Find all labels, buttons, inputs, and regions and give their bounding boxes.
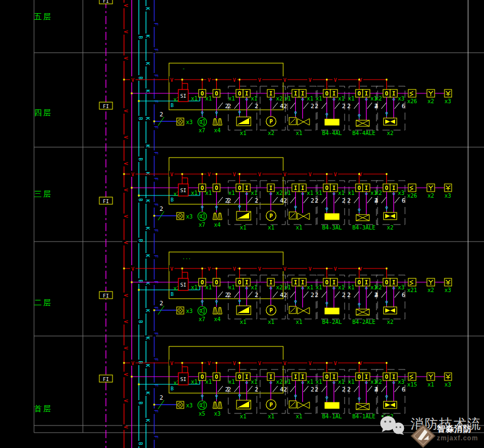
al-branch: OIx1x122B4-4AL (314, 89, 345, 136)
svg-text:V: V (123, 241, 128, 244)
svg-text:6: 6 (402, 386, 406, 393)
damper-branch: IIx1x122x1 (283, 89, 314, 136)
svg-text:x3: x3 (186, 402, 193, 408)
svg-text:2: 2 (227, 197, 231, 204)
svg-text:O: O (357, 374, 361, 380)
svg-text:O: O (357, 185, 361, 191)
svg-text:B: B (171, 197, 173, 203)
svg-text:x1: x1 (348, 96, 354, 102)
bell-branch: Ox12x4 (205, 89, 229, 133)
svg-text:x1: x1 (268, 413, 274, 419)
svg-text:V: V (207, 172, 211, 177)
svg-text:B: B (138, 442, 143, 445)
svg-text:x1: x1 (240, 413, 246, 419)
svg-text:O: O (238, 279, 241, 285)
speaker-branch: Ox1x7 (191, 184, 207, 228)
svg-text:x1: x1 (284, 96, 291, 102)
svg-text:V: V (123, 57, 128, 60)
svg-text:P: P (269, 119, 273, 125)
svg-text:O: O (200, 374, 204, 380)
svg-text:V: V (258, 266, 261, 272)
floor-label-五层: 五层 (34, 12, 53, 22)
svg-text:x1: x1 (228, 284, 235, 290)
svg-text:B: B (138, 198, 143, 201)
svg-text:x1: x1 (348, 284, 354, 290)
bell-branch: Ox12x3 (205, 373, 229, 417)
svg-text:x2: x2 (375, 284, 382, 290)
svg-text:V: V (123, 215, 128, 218)
floor-label-三层: 三层 (34, 189, 53, 199)
svg-text:4: 4 (374, 292, 378, 299)
svg-text:V: V (123, 425, 128, 429)
svg-text:I: I (364, 279, 368, 285)
watermark-logo-block: 智淼消防 zmjaxf.com (410, 424, 478, 448)
svg-text:O: O (357, 279, 361, 285)
svg-text:B4-1AL: B4-1AL (322, 413, 342, 419)
svg-text:F: F (153, 435, 159, 438)
svg-text:I: I (301, 185, 304, 191)
svg-text:F: F (153, 48, 159, 51)
watermark-site: zmjaxf.com (437, 434, 478, 442)
svg-text:B4-1ALE: B4-1ALE (352, 413, 375, 419)
svg-text:2: 2 (283, 103, 287, 110)
svg-text:x1: x1 (338, 96, 345, 102)
svg-text:K: K (145, 35, 150, 38)
svg-text:I: I (332, 185, 335, 191)
manual-call-point: x2 (427, 184, 435, 199)
svg-text:B: B (138, 320, 143, 323)
svg-text:F: F (153, 306, 159, 309)
svg-text:x1: x1 (228, 96, 235, 102)
svg-text:2: 2 (160, 111, 164, 118)
svg-text:I: I (294, 374, 297, 380)
svg-text:x1: x1 (251, 96, 257, 102)
svg-text:x26: x26 (407, 98, 417, 104)
svg-text:I: I (332, 279, 335, 285)
svg-text:x2: x2 (276, 379, 283, 385)
svg-text:x2: x2 (276, 96, 283, 102)
svg-text:O: O (385, 91, 388, 97)
svg-text:V: V (233, 361, 236, 366)
svg-text:F: F (153, 229, 159, 232)
svg-text:2: 2 (255, 197, 258, 204)
speaker-branch: Ox1x7 (191, 278, 207, 322)
svg-text:K: K (145, 419, 150, 422)
svg-text:B: B (171, 292, 173, 297)
al-branch: OIx1x122B4-3AL (314, 184, 345, 231)
speaker-branch: Ox1x7 (191, 89, 207, 133)
svg-text:x1: x1 (338, 190, 345, 196)
speaker-branch: Ox1x5 (191, 373, 207, 417)
svg-text:2: 2 (160, 394, 164, 401)
svg-text:V: V (308, 172, 312, 177)
svg-text:I: I (245, 185, 248, 191)
svg-text:F: F (153, 126, 159, 128)
svg-text:P: P (269, 307, 273, 313)
svg-text:x2: x2 (427, 98, 434, 104)
svg-text:x4: x4 (214, 222, 221, 228)
svg-text:V: V (123, 162, 128, 165)
svg-text:FI: FI (103, 104, 109, 109)
si-module: SI (178, 184, 188, 196)
svg-text:V: V (131, 172, 134, 177)
smoke-detector: x26 (407, 89, 417, 104)
svg-text:V: V (207, 266, 211, 272)
svg-text:F: F (153, 177, 159, 180)
pressure-branch: Ix24Px1 (266, 184, 284, 231)
svg-text:V: V (131, 361, 134, 366)
svg-text:K: K (145, 89, 150, 93)
svg-text:F: F (153, 332, 159, 335)
svg-text:I: I (245, 374, 248, 380)
svg-text:K: K (145, 62, 150, 65)
wechat-logo-icon (379, 413, 407, 435)
svg-text:V: V (258, 361, 261, 366)
valve-branch: OIx2x346x2 (374, 278, 405, 325)
svg-text:B4-3AL: B4-3AL (322, 225, 342, 231)
svg-text:2: 2 (160, 205, 164, 212)
svg-text:2: 2 (342, 197, 346, 204)
svg-text:F: F (153, 358, 159, 361)
svg-text:x1: x1 (307, 96, 313, 102)
svg-text:I: I (269, 91, 272, 97)
strobe-branch: x3 (177, 118, 193, 125)
svg-text:V: V (170, 266, 173, 272)
svg-text:I: I (294, 279, 297, 285)
svg-text:V: V (207, 361, 211, 366)
